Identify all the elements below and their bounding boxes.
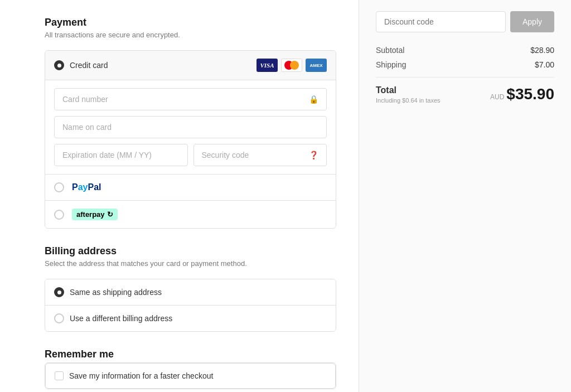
paypal-radio[interactable] xyxy=(54,182,64,192)
visa-icon: VISA xyxy=(257,59,278,72)
credit-card-label: Credit card xyxy=(70,61,257,70)
subtotal-label: Subtotal xyxy=(376,46,404,55)
subtotal-value: $28.90 xyxy=(530,46,554,55)
name-on-card-field[interactable] xyxy=(54,116,327,138)
shipping-label: Shipping xyxy=(376,60,407,69)
billing-different-option[interactable]: Use a different billing address xyxy=(45,305,336,331)
remember-box: Save my information for a faster checkou… xyxy=(45,362,336,389)
paypal-option[interactable]: PayPal xyxy=(45,174,336,200)
billing-same-option[interactable]: Same as shipping address xyxy=(45,279,336,305)
afterpay-logo: afterpay ↻ xyxy=(72,209,118,220)
expiry-input[interactable] xyxy=(62,151,180,159)
card-number-field[interactable]: 🔒 xyxy=(54,88,327,110)
total-currency: AUD xyxy=(490,93,504,101)
discount-row: Apply xyxy=(376,11,554,32)
name-on-card-input[interactable] xyxy=(62,123,318,132)
save-info-option[interactable]: Save my information for a faster checkou… xyxy=(45,363,336,389)
billing-same-radio[interactable] xyxy=(54,287,64,297)
afterpay-label: afterpay xyxy=(76,210,105,219)
payment-subtitle: All transactions are secure and encrypte… xyxy=(45,31,336,39)
paypal-logo: PayPal xyxy=(72,182,101,192)
billing-same-label: Same as shipping address xyxy=(70,288,162,297)
total-amount: AUD$35.90 xyxy=(490,85,554,103)
discount-code-input[interactable] xyxy=(376,11,506,32)
amex-icon: AMEX xyxy=(306,59,327,72)
order-summary-panel: Apply Subtotal $28.90 Shipping $7.00 Tot… xyxy=(359,0,571,392)
billing-title: Billing address xyxy=(45,245,336,257)
mastercard-icon xyxy=(281,59,302,72)
card-number-input[interactable] xyxy=(62,95,304,104)
credit-card-radio[interactable] xyxy=(54,60,64,70)
help-icon: ❓ xyxy=(309,151,318,159)
billing-different-label: Use a different billing address xyxy=(70,314,172,323)
summary-divider xyxy=(376,77,554,78)
remember-section: Remember me Save my information for a fa… xyxy=(45,349,336,389)
billing-options-box: Same as shipping address Use a different… xyxy=(45,279,336,332)
expiry-security-row: ❓ xyxy=(54,144,327,166)
afterpay-option[interactable]: afterpay ↻ xyxy=(45,200,336,228)
shipping-value: $7.00 xyxy=(535,60,554,69)
subtotal-row: Subtotal $28.90 xyxy=(376,46,554,55)
card-icons: VISA AMEX xyxy=(257,59,327,72)
total-value: $35.90 xyxy=(506,85,554,103)
total-label: Total xyxy=(376,85,441,95)
remember-title: Remember me xyxy=(45,349,336,360)
billing-section: Billing address Select the address that … xyxy=(45,245,336,332)
payment-title: Payment xyxy=(45,17,336,28)
shipping-row: Shipping $7.00 xyxy=(376,60,554,69)
save-info-checkbox[interactable] xyxy=(55,371,64,380)
apply-button[interactable]: Apply xyxy=(510,11,554,32)
credit-card-fields: 🔒 ❓ xyxy=(45,80,336,174)
total-row: Total Including $0.64 in taxes AUD$35.90 xyxy=(376,85,554,104)
security-code-field[interactable]: ❓ xyxy=(193,144,327,166)
billing-subtitle: Select the address that matches your car… xyxy=(45,259,336,268)
afterpay-radio[interactable] xyxy=(54,210,64,220)
billing-different-radio[interactable] xyxy=(54,313,64,323)
lock-icon: 🔒 xyxy=(309,95,318,104)
total-tax-note: Including $0.64 in taxes xyxy=(376,97,441,104)
credit-card-option[interactable]: Credit card VISA AMEX xyxy=(45,51,336,80)
afterpay-symbol: ↻ xyxy=(107,210,113,219)
expiry-field[interactable] xyxy=(54,144,188,166)
payment-options-box: Credit card VISA AMEX 🔒 xyxy=(45,50,336,229)
save-info-label: Save my information for a faster checkou… xyxy=(69,371,213,380)
security-code-input[interactable] xyxy=(202,151,305,159)
